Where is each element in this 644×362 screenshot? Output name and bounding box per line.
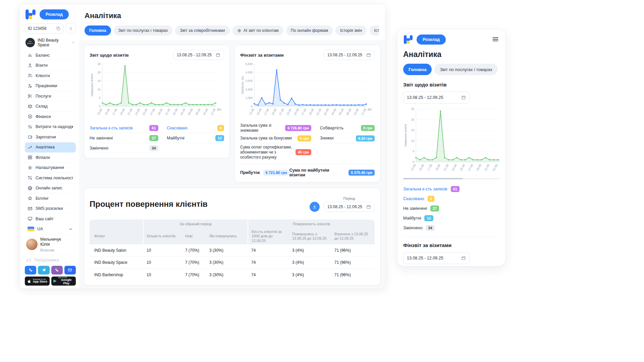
svg-text:1,000: 1,000 bbox=[246, 96, 253, 100]
sidebar-item-salary[interactable]: Зарплатня bbox=[25, 132, 76, 142]
sidebar-item-online-booking[interactable]: Онлайн запис bbox=[25, 183, 76, 194]
google-play-badge[interactable]: GET IT ONGoogle Play bbox=[51, 277, 76, 286]
user-role: Власник bbox=[40, 248, 68, 252]
sidebar-menu: Баланс Візити Клієнти Працівники Послуги… bbox=[25, 50, 76, 234]
sidebar: Розклад ID 123456 IND BEAUTY IND Beauty … bbox=[20, 5, 79, 288]
tab-history-changes[interactable]: Історія змін bbox=[335, 25, 367, 36]
chart-scrollbar-thumb[interactable] bbox=[403, 178, 463, 179]
account-id-box[interactable]: ID 123456 bbox=[25, 23, 64, 34]
svg-text:2,000: 2,000 bbox=[246, 88, 253, 91]
star-icon bbox=[28, 196, 33, 201]
finance-report-card: Фінзвіт за візитами 13.08.25 - 12.09.25 … bbox=[234, 45, 380, 182]
mobile-visits-date-range[interactable]: 13.08.25 - 12.09.25 bbox=[403, 92, 470, 104]
svg-text:12.09: 12.09 bbox=[210, 108, 216, 116]
tab-staff-report[interactable]: Звіт за співробітниками bbox=[175, 25, 229, 36]
person-edit-icon bbox=[28, 83, 33, 88]
returns-date-range[interactable]: 13.08.25 - 12.09.25 bbox=[324, 202, 375, 212]
phone-button[interactable] bbox=[25, 266, 36, 275]
tab-home[interactable]: Головна bbox=[85, 25, 111, 36]
email-button[interactable] bbox=[64, 266, 76, 275]
person-icon bbox=[28, 63, 33, 68]
mobile-finance-date-range[interactable]: 13.08.25 - 12.09.25 bbox=[403, 252, 470, 264]
col-branch: Філіал bbox=[90, 228, 143, 244]
svg-text:19.08: 19.08 bbox=[271, 108, 277, 116]
copy-icon[interactable] bbox=[56, 26, 61, 31]
download-button[interactable] bbox=[310, 202, 320, 212]
sidebar-item-loyalty[interactable]: Система лояльності bbox=[25, 173, 76, 183]
globe-icon bbox=[28, 186, 33, 191]
sidebar-collapse-button[interactable] bbox=[66, 23, 76, 34]
tab-home[interactable]: Головна bbox=[403, 64, 432, 75]
telegram-button[interactable] bbox=[38, 266, 49, 275]
sidebar-item-stock[interactable]: Склад bbox=[25, 102, 76, 112]
account-id: ID 123456 bbox=[28, 26, 46, 31]
future-visits-group: Сума по майбутнім візитам 5 375.40 грн bbox=[289, 168, 375, 177]
svg-text:21.08: 21.08 bbox=[278, 108, 284, 116]
group-client-returns: Поверненість клієнтів bbox=[248, 220, 375, 228]
tab-ai-report[interactable]: AI звіт по клієнтам bbox=[232, 25, 283, 36]
gear-icon bbox=[237, 28, 241, 33]
col-client-count: Кількість клієнтів bbox=[143, 228, 182, 244]
sidebar-item-services[interactable]: Послуги bbox=[25, 91, 76, 102]
sidebar-item-settings[interactable]: Налаштування bbox=[25, 163, 76, 173]
sidebar-item-branches[interactable]: Філіали bbox=[25, 153, 76, 163]
user-profile[interactable]: Мельничук Юлія Власник bbox=[25, 234, 76, 255]
app-logo-icon bbox=[403, 35, 413, 45]
schedule-button[interactable]: Розклад bbox=[40, 9, 69, 19]
svg-text:17.08: 17.08 bbox=[263, 108, 270, 116]
sidebar-item-analytics[interactable]: Аналітика bbox=[25, 142, 76, 153]
sidebar-item-balance[interactable]: Баланс bbox=[25, 50, 76, 61]
col-returned: Які повернулись bbox=[206, 228, 248, 244]
account-selector[interactable]: IND BEAUTY IND Beauty Space bbox=[25, 37, 76, 48]
svg-text:04.09: 04.09 bbox=[179, 108, 186, 116]
svg-text:10: 10 bbox=[98, 88, 101, 91]
support-link[interactable]: Техпідтримка bbox=[25, 255, 76, 265]
sidebar-item-visits[interactable]: Візити bbox=[25, 61, 76, 71]
viber-button[interactable] bbox=[51, 266, 63, 275]
svg-text:08.09: 08.09 bbox=[345, 108, 352, 116]
mobile-preview-window: Розклад Аналітика Головна Звіт по послуг… bbox=[397, 29, 506, 266]
app-store-badge[interactable]: Download on theApp Store bbox=[25, 277, 50, 286]
line-chart-icon bbox=[28, 145, 33, 150]
total-records-badge: 61 bbox=[149, 125, 158, 131]
finance-card-title: Фінзвіт за візитами bbox=[403, 242, 499, 248]
table-row: IND Beauty Space 10 7 (70%) 3 (30%) 74 3… bbox=[90, 256, 375, 268]
finance-date-range[interactable]: 13.08.25 - 12.09.25 bbox=[324, 50, 375, 60]
calendar-icon bbox=[216, 53, 220, 57]
svg-text:10.09: 10.09 bbox=[202, 108, 209, 116]
wallet-icon bbox=[28, 134, 33, 139]
col-lost-period: Втрачено з 13.08.25 до 12.09.25 bbox=[331, 228, 375, 244]
schedule-button[interactable]: Розклад bbox=[417, 35, 446, 45]
returns-table: За обраний період Поверненість клієнтів … bbox=[90, 220, 375, 281]
col-returned-period: Повернулись з 13.08.25 до 12.09.25 bbox=[289, 228, 331, 244]
tab-services-report[interactable]: Звіт по послугах і товарах bbox=[434, 64, 497, 75]
legend-cancelled: Скасовано0 bbox=[167, 123, 224, 133]
chart-scrollbar[interactable] bbox=[403, 178, 499, 179]
hamburger-menu-button[interactable] bbox=[491, 36, 499, 44]
sidebar-item-website[interactable]: Ваш сайт bbox=[25, 214, 76, 224]
phone-icon bbox=[29, 268, 33, 272]
sidebar-item-expenses[interactable]: Витрати та надходження bbox=[25, 122, 76, 132]
period-label: Період bbox=[343, 196, 355, 200]
sidebar-item-clients[interactable]: Клієнти bbox=[25, 71, 76, 81]
sidebar-item-sms[interactable]: SMS розсилки bbox=[25, 204, 76, 214]
sidebar-item-billing[interactable]: Біллінг bbox=[25, 193, 76, 204]
visits-date-range[interactable]: 13.08.25 - 12.09.25 bbox=[173, 50, 224, 60]
mobile-visits-chart: 051015202513.0815.0817.0819.0821.0823.08… bbox=[403, 106, 499, 177]
ukraine-flag-icon bbox=[28, 227, 34, 231]
legend-finished: Закінчено34 bbox=[90, 143, 158, 153]
svg-text:02.09: 02.09 bbox=[492, 164, 498, 172]
svg-text:21.08: 21.08 bbox=[443, 164, 449, 172]
svg-text:5,000: 5,000 bbox=[246, 62, 253, 66]
sidebar-item-finance[interactable]: $Фінанси bbox=[25, 112, 76, 122]
percent-icon bbox=[28, 175, 33, 180]
svg-text:15.08: 15.08 bbox=[256, 108, 262, 116]
tab-online-forms[interactable]: По онлайн формам bbox=[286, 25, 333, 36]
tab-history-mailings[interactable]: Історія розс bbox=[369, 25, 379, 36]
sidebar-item-staff[interactable]: Працівники bbox=[25, 81, 76, 92]
monitor-icon bbox=[28, 216, 33, 221]
svg-text:10: 10 bbox=[411, 139, 415, 142]
tab-services-report[interactable]: Звіт по послугах і товарах bbox=[114, 25, 173, 36]
mobile-visits-stats: Загальна к-сть записів61 Скасовано0 Не з… bbox=[403, 184, 499, 233]
language-selector[interactable]: UA bbox=[25, 224, 76, 235]
